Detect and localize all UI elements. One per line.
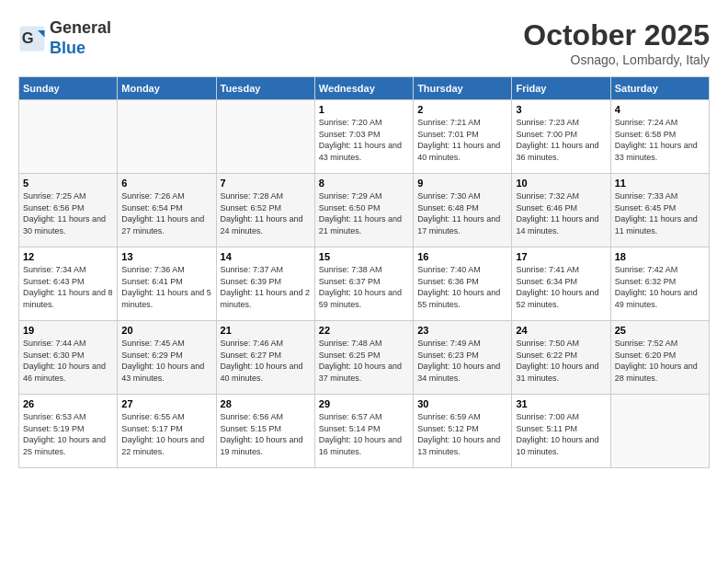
calendar-cell: 11Sunrise: 7:33 AM Sunset: 6:45 PM Dayli… [610,174,709,247]
day-number: 3 [516,104,606,115]
day-number: 22 [319,325,409,336]
day-info: Sunrise: 7:26 AM Sunset: 6:54 PM Dayligh… [121,190,211,236]
day-info: Sunrise: 7:37 AM Sunset: 6:39 PM Dayligh… [221,264,311,310]
title-block: October 2025 Osnago, Lombardy, Italy [523,18,710,67]
calendar-cell: 18Sunrise: 7:42 AM Sunset: 6:32 PM Dayli… [610,247,709,321]
svg-text:G: G [22,29,34,45]
calendar-table: SundayMondayTuesdayWednesdayThursdayFrid… [18,76,710,468]
calendar-cell: 3Sunrise: 7:23 AM Sunset: 7:00 PM Daylig… [512,100,610,174]
day-info: Sunrise: 7:50 AM Sunset: 6:22 PM Dayligh… [516,338,606,384]
calendar-week-row: 19Sunrise: 7:44 AM Sunset: 6:30 PM Dayli… [19,321,710,395]
calendar-cell: 4Sunrise: 7:24 AM Sunset: 6:58 PM Daylig… [610,100,709,174]
logo-blue-text: Blue [50,39,85,57]
day-number: 26 [23,398,113,409]
calendar-cell [19,100,118,174]
day-info: Sunrise: 7:41 AM Sunset: 6:34 PM Dayligh… [516,264,606,310]
day-info: Sunrise: 6:59 AM Sunset: 5:12 PM Dayligh… [417,411,507,457]
calendar-cell [610,395,709,468]
day-number: 17 [516,251,606,262]
day-header-wednesday: Wednesday [314,77,413,100]
calendar-cell: 15Sunrise: 7:38 AM Sunset: 6:37 PM Dayli… [314,247,413,321]
day-header-tuesday: Tuesday [216,77,314,100]
day-number: 2 [417,104,507,115]
day-info: Sunrise: 7:48 AM Sunset: 6:25 PM Dayligh… [319,338,409,384]
calendar-cell: 13Sunrise: 7:36 AM Sunset: 6:41 PM Dayli… [118,247,216,321]
calendar-cell [216,100,314,174]
day-header-saturday: Saturday [610,77,709,100]
day-number: 30 [417,398,507,409]
calendar-cell: 10Sunrise: 7:32 AM Sunset: 6:46 PM Dayli… [512,174,610,247]
day-number: 1 [319,104,409,115]
day-number: 7 [221,178,311,189]
day-number: 27 [121,398,211,409]
calendar-cell: 29Sunrise: 6:57 AM Sunset: 5:14 PM Dayli… [314,395,413,468]
calendar-cell: 8Sunrise: 7:29 AM Sunset: 6:50 PM Daylig… [314,174,413,247]
day-header-thursday: Thursday [414,77,512,100]
calendar-cell: 20Sunrise: 7:45 AM Sunset: 6:29 PM Dayli… [118,321,216,395]
page-header: G General Blue October 2025 Osnago, Lomb… [18,18,710,67]
day-info: Sunrise: 7:29 AM Sunset: 6:50 PM Dayligh… [319,190,409,236]
day-number: 31 [516,398,606,409]
day-info: Sunrise: 7:00 AM Sunset: 5:11 PM Dayligh… [516,411,606,457]
logo-text: General Blue [50,18,111,58]
day-info: Sunrise: 7:34 AM Sunset: 6:43 PM Dayligh… [23,264,113,310]
calendar-cell: 7Sunrise: 7:28 AM Sunset: 6:52 PM Daylig… [216,174,314,247]
day-info: Sunrise: 7:28 AM Sunset: 6:52 PM Dayligh… [221,190,311,236]
day-info: Sunrise: 7:40 AM Sunset: 6:36 PM Dayligh… [417,264,507,310]
calendar-cell: 14Sunrise: 7:37 AM Sunset: 6:39 PM Dayli… [216,247,314,321]
day-info: Sunrise: 7:52 AM Sunset: 6:20 PM Dayligh… [615,338,705,384]
day-number: 13 [121,251,211,262]
day-number: 21 [221,325,311,336]
day-number: 23 [417,325,507,336]
day-number: 28 [221,398,311,409]
day-info: Sunrise: 7:30 AM Sunset: 6:48 PM Dayligh… [417,190,507,236]
calendar-cell: 16Sunrise: 7:40 AM Sunset: 6:36 PM Dayli… [414,247,512,321]
calendar-cell: 12Sunrise: 7:34 AM Sunset: 6:43 PM Dayli… [19,247,118,321]
location: Osnago, Lombardy, Italy [523,52,710,67]
day-number: 4 [615,104,705,115]
day-info: Sunrise: 6:53 AM Sunset: 5:19 PM Dayligh… [23,411,113,457]
logo-icon: G [18,25,46,52]
calendar-week-row: 1Sunrise: 7:20 AM Sunset: 7:03 PM Daylig… [19,100,710,174]
day-info: Sunrise: 7:25 AM Sunset: 6:56 PM Dayligh… [23,190,113,236]
day-info: Sunrise: 6:56 AM Sunset: 5:15 PM Dayligh… [221,411,311,457]
day-header-friday: Friday [512,77,610,100]
calendar-cell: 9Sunrise: 7:30 AM Sunset: 6:48 PM Daylig… [414,174,512,247]
calendar-cell: 31Sunrise: 7:00 AM Sunset: 5:11 PM Dayli… [512,395,610,468]
day-info: Sunrise: 7:45 AM Sunset: 6:29 PM Dayligh… [121,338,211,384]
calendar-cell: 21Sunrise: 7:46 AM Sunset: 6:27 PM Dayli… [216,321,314,395]
calendar-cell: 1Sunrise: 7:20 AM Sunset: 7:03 PM Daylig… [314,100,413,174]
day-info: Sunrise: 6:55 AM Sunset: 5:17 PM Dayligh… [121,411,211,457]
day-number: 20 [121,325,211,336]
day-info: Sunrise: 7:32 AM Sunset: 6:46 PM Dayligh… [516,190,606,236]
day-number: 9 [417,178,507,189]
day-number: 16 [417,251,507,262]
day-info: Sunrise: 6:57 AM Sunset: 5:14 PM Dayligh… [319,411,409,457]
calendar-cell: 28Sunrise: 6:56 AM Sunset: 5:15 PM Dayli… [216,395,314,468]
calendar-header-row: SundayMondayTuesdayWednesdayThursdayFrid… [19,77,710,100]
logo-general-text: General [50,18,111,37]
calendar-cell: 23Sunrise: 7:49 AM Sunset: 6:23 PM Dayli… [414,321,512,395]
calendar-cell: 27Sunrise: 6:55 AM Sunset: 5:17 PM Dayli… [118,395,216,468]
day-number: 10 [516,178,606,189]
calendar-week-row: 5Sunrise: 7:25 AM Sunset: 6:56 PM Daylig… [19,174,710,247]
logo: G General Blue [18,18,111,58]
day-number: 14 [221,251,311,262]
day-number: 15 [319,251,409,262]
day-number: 24 [516,325,606,336]
day-info: Sunrise: 7:24 AM Sunset: 6:58 PM Dayligh… [615,117,705,163]
calendar-week-row: 12Sunrise: 7:34 AM Sunset: 6:43 PM Dayli… [19,247,710,321]
day-number: 11 [615,178,705,189]
day-number: 18 [615,251,705,262]
day-header-sunday: Sunday [19,77,118,100]
calendar-cell: 19Sunrise: 7:44 AM Sunset: 6:30 PM Dayli… [19,321,118,395]
day-info: Sunrise: 7:46 AM Sunset: 6:27 PM Dayligh… [221,338,311,384]
day-info: Sunrise: 7:38 AM Sunset: 6:37 PM Dayligh… [319,264,409,310]
calendar-cell [118,100,216,174]
day-info: Sunrise: 7:20 AM Sunset: 7:03 PM Dayligh… [319,117,409,163]
calendar-cell: 26Sunrise: 6:53 AM Sunset: 5:19 PM Dayli… [19,395,118,468]
calendar-cell: 2Sunrise: 7:21 AM Sunset: 7:01 PM Daylig… [414,100,512,174]
day-number: 19 [23,325,113,336]
calendar-cell: 30Sunrise: 6:59 AM Sunset: 5:12 PM Dayli… [414,395,512,468]
day-number: 6 [121,178,211,189]
